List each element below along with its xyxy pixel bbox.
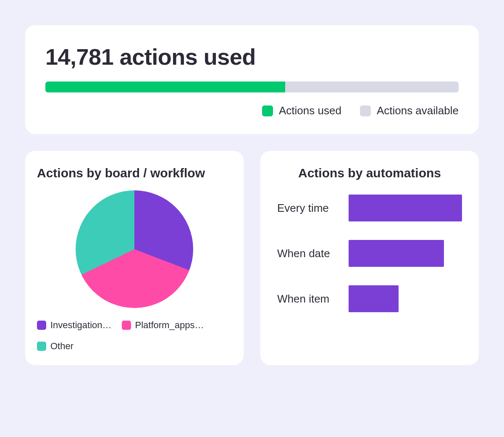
actions-summary-card: 14,781 actions used Actions used Actions… — [25, 25, 479, 134]
bar-track-0 — [349, 195, 462, 221]
pie-wrap — [37, 190, 232, 308]
bar-row-when-item: When item — [277, 285, 462, 312]
bar-label-0: Every time — [277, 202, 340, 215]
actions-progress-track — [45, 82, 459, 92]
pie-legend-other: Other — [37, 341, 74, 352]
bar-fill-0 — [349, 195, 462, 221]
pie-legend-label-0: Investigation… — [50, 320, 112, 331]
bar-row-when-date: When date — [277, 240, 462, 267]
legend-actions-used: Actions used — [262, 104, 341, 117]
bar-track-2 — [349, 285, 462, 312]
swatch-investigation-icon — [37, 321, 46, 330]
pie-legend-investigation: Investigation… — [37, 320, 112, 331]
legend-available-label: Actions available — [377, 104, 459, 117]
legend-actions-available: Actions available — [360, 104, 459, 117]
legend-used-label: Actions used — [279, 104, 341, 117]
swatch-used-icon — [262, 105, 273, 116]
actions-used-title: 14,781 actions used — [45, 44, 459, 70]
pie-card-title: Actions by board / workflow — [37, 166, 232, 180]
bar-fill-1 — [349, 240, 444, 267]
bar-label-1: When date — [277, 247, 340, 260]
swatch-other-icon — [37, 342, 46, 351]
actions-by-board-card: Actions by board / workflow Investigatio… — [25, 151, 244, 365]
pie-legend-label-2: Other — [50, 341, 74, 352]
pie-legend-label-1: Platform_apps… — [135, 320, 204, 331]
bottom-row: Actions by board / workflow Investigatio… — [25, 151, 479, 365]
swatch-platform-apps-icon — [122, 321, 131, 330]
actions-progress-fill — [45, 82, 285, 92]
pie-chart — [76, 190, 193, 308]
swatch-available-icon — [360, 105, 371, 116]
actions-by-automations-card: Actions by automations Every time When d… — [260, 151, 479, 365]
bar-fill-2 — [349, 285, 399, 312]
bars-card-title: Actions by automations — [272, 166, 467, 180]
pie-legend-platform-apps: Platform_apps… — [122, 320, 204, 331]
bars-container: Every time When date When item — [272, 190, 467, 312]
bar-track-1 — [349, 240, 462, 267]
actions-progress-legend: Actions used Actions available — [45, 104, 459, 117]
bar-label-2: When item — [277, 292, 340, 305]
bar-row-every-time: Every time — [277, 195, 462, 221]
pie-legend: Investigation… Platform_apps… Other — [37, 320, 232, 352]
